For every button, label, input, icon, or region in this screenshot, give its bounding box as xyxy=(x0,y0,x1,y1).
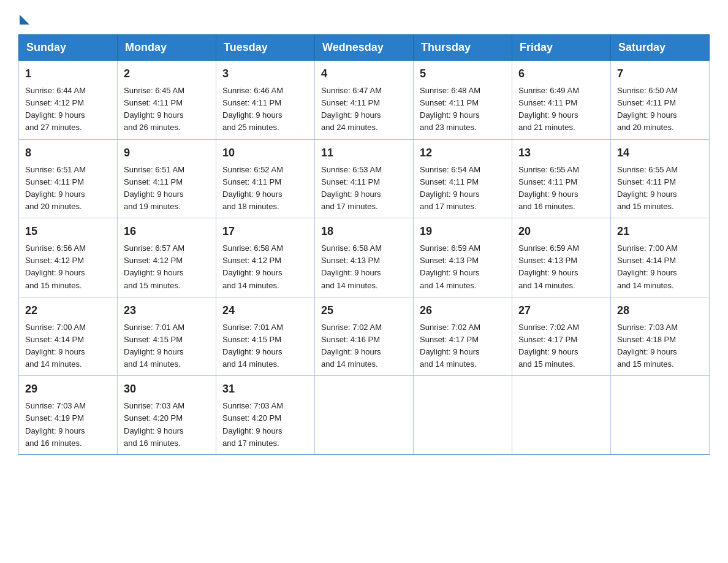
day-number: 25 xyxy=(321,302,407,319)
day-cell: 19Sunrise: 6:59 AMSunset: 4:13 PMDayligh… xyxy=(414,218,512,297)
day-info: Sunrise: 6:45 AMSunset: 4:11 PMDaylight:… xyxy=(124,86,184,132)
day-cell xyxy=(611,376,710,455)
day-number: 12 xyxy=(420,145,506,161)
day-info: Sunrise: 6:51 AMSunset: 4:11 PMDaylight:… xyxy=(124,165,184,211)
day-number: 17 xyxy=(222,223,308,240)
day-cell: 29Sunrise: 7:03 AMSunset: 4:19 PMDayligh… xyxy=(19,376,118,455)
day-number: 13 xyxy=(518,145,604,161)
day-number: 23 xyxy=(124,302,210,319)
day-cell: 1Sunrise: 6:44 AMSunset: 4:12 PMDaylight… xyxy=(19,61,118,140)
day-number: 24 xyxy=(222,302,308,319)
day-cell: 16Sunrise: 6:57 AMSunset: 4:12 PMDayligh… xyxy=(118,218,216,297)
day-info: Sunrise: 6:46 AMSunset: 4:11 PMDaylight:… xyxy=(222,86,283,132)
day-cell: 14Sunrise: 6:55 AMSunset: 4:11 PMDayligh… xyxy=(611,139,710,218)
day-number: 21 xyxy=(617,223,703,240)
day-cell: 27Sunrise: 7:02 AMSunset: 4:17 PMDayligh… xyxy=(512,297,611,376)
day-number: 19 xyxy=(420,223,506,240)
day-info: Sunrise: 7:02 AMSunset: 4:17 PMDaylight:… xyxy=(518,323,579,369)
day-info: Sunrise: 6:59 AMSunset: 4:13 PMDaylight:… xyxy=(518,243,579,289)
weekday-header-thursday: Thursday xyxy=(414,35,512,61)
day-cell: 15Sunrise: 6:56 AMSunset: 4:12 PMDayligh… xyxy=(19,218,118,297)
day-number: 1 xyxy=(25,66,111,82)
weekday-header-saturday: Saturday xyxy=(611,35,710,61)
day-info: Sunrise: 6:58 AMSunset: 4:13 PMDaylight:… xyxy=(321,243,382,289)
week-row-2: 8Sunrise: 6:51 AMSunset: 4:11 PMDaylight… xyxy=(19,139,710,218)
day-cell: 30Sunrise: 7:03 AMSunset: 4:20 PMDayligh… xyxy=(118,376,216,455)
day-cell: 31Sunrise: 7:03 AMSunset: 4:20 PMDayligh… xyxy=(216,376,315,455)
day-info: Sunrise: 7:01 AMSunset: 4:15 PMDaylight:… xyxy=(222,323,283,369)
logo xyxy=(18,12,29,22)
weekday-header-monday: Monday xyxy=(118,35,216,61)
day-cell: 20Sunrise: 6:59 AMSunset: 4:13 PMDayligh… xyxy=(512,218,611,297)
day-cell: 17Sunrise: 6:58 AMSunset: 4:12 PMDayligh… xyxy=(216,218,315,297)
week-row-3: 15Sunrise: 6:56 AMSunset: 4:12 PMDayligh… xyxy=(19,218,710,297)
day-cell: 8Sunrise: 6:51 AMSunset: 4:11 PMDaylight… xyxy=(19,139,118,218)
day-info: Sunrise: 7:03 AMSunset: 4:18 PMDaylight:… xyxy=(617,323,678,369)
day-cell: 25Sunrise: 7:02 AMSunset: 4:16 PMDayligh… xyxy=(315,297,414,376)
day-number: 30 xyxy=(124,381,210,397)
day-number: 10 xyxy=(222,145,308,161)
day-info: Sunrise: 7:02 AMSunset: 4:17 PMDaylight:… xyxy=(420,323,480,369)
day-info: Sunrise: 6:44 AMSunset: 4:12 PMDaylight:… xyxy=(25,86,86,132)
day-cell: 18Sunrise: 6:58 AMSunset: 4:13 PMDayligh… xyxy=(315,218,414,297)
day-info: Sunrise: 6:52 AMSunset: 4:11 PMDaylight:… xyxy=(222,165,283,211)
day-info: Sunrise: 6:55 AMSunset: 4:11 PMDaylight:… xyxy=(518,165,579,211)
day-info: Sunrise: 6:58 AMSunset: 4:12 PMDaylight:… xyxy=(222,243,283,289)
day-number: 29 xyxy=(25,381,111,397)
day-cell: 10Sunrise: 6:52 AMSunset: 4:11 PMDayligh… xyxy=(216,139,315,218)
day-cell xyxy=(414,376,512,455)
day-info: Sunrise: 6:59 AMSunset: 4:13 PMDaylight:… xyxy=(420,243,480,289)
day-cell xyxy=(315,376,414,455)
day-info: Sunrise: 6:56 AMSunset: 4:12 PMDaylight:… xyxy=(25,243,86,289)
day-cell: 13Sunrise: 6:55 AMSunset: 4:11 PMDayligh… xyxy=(512,139,611,218)
day-cell: 23Sunrise: 7:01 AMSunset: 4:15 PMDayligh… xyxy=(118,297,216,376)
day-info: Sunrise: 6:47 AMSunset: 4:11 PMDaylight:… xyxy=(321,86,382,132)
day-cell xyxy=(512,376,611,455)
day-number: 6 xyxy=(518,66,604,82)
header xyxy=(18,12,710,22)
day-info: Sunrise: 6:54 AMSunset: 4:11 PMDaylight:… xyxy=(420,165,480,211)
week-row-1: 1Sunrise: 6:44 AMSunset: 4:12 PMDaylight… xyxy=(19,61,710,140)
logo-triangle-icon xyxy=(20,15,29,25)
day-info: Sunrise: 7:02 AMSunset: 4:16 PMDaylight:… xyxy=(321,323,382,369)
day-number: 4 xyxy=(321,66,407,82)
day-cell: 7Sunrise: 6:50 AMSunset: 4:11 PMDaylight… xyxy=(611,61,710,140)
weekday-header-sunday: Sunday xyxy=(19,35,118,61)
day-number: 9 xyxy=(124,145,210,161)
day-info: Sunrise: 7:03 AMSunset: 4:20 PMDaylight:… xyxy=(124,401,184,447)
day-info: Sunrise: 7:03 AMSunset: 4:19 PMDaylight:… xyxy=(25,401,86,447)
day-number: 8 xyxy=(25,145,111,161)
day-number: 26 xyxy=(420,302,506,319)
day-number: 31 xyxy=(222,381,308,397)
day-info: Sunrise: 6:51 AMSunset: 4:11 PMDaylight:… xyxy=(25,165,86,211)
day-cell: 9Sunrise: 6:51 AMSunset: 4:11 PMDaylight… xyxy=(118,139,216,218)
day-cell: 22Sunrise: 7:00 AMSunset: 4:14 PMDayligh… xyxy=(19,297,118,376)
day-info: Sunrise: 6:50 AMSunset: 4:11 PMDaylight:… xyxy=(617,86,678,132)
day-info: Sunrise: 6:53 AMSunset: 4:11 PMDaylight:… xyxy=(321,165,382,211)
day-cell: 3Sunrise: 6:46 AMSunset: 4:11 PMDaylight… xyxy=(216,61,315,140)
day-cell: 11Sunrise: 6:53 AMSunset: 4:11 PMDayligh… xyxy=(315,139,414,218)
week-row-5: 29Sunrise: 7:03 AMSunset: 4:19 PMDayligh… xyxy=(19,376,710,455)
day-cell: 4Sunrise: 6:47 AMSunset: 4:11 PMDaylight… xyxy=(315,61,414,140)
day-cell: 21Sunrise: 7:00 AMSunset: 4:14 PMDayligh… xyxy=(611,218,710,297)
day-info: Sunrise: 6:57 AMSunset: 4:12 PMDaylight:… xyxy=(124,243,184,289)
day-number: 15 xyxy=(25,223,111,240)
weekday-header-row: SundayMondayTuesdayWednesdayThursdayFrid… xyxy=(19,35,710,61)
day-info: Sunrise: 7:00 AMSunset: 4:14 PMDaylight:… xyxy=(617,243,678,289)
day-cell: 5Sunrise: 6:48 AMSunset: 4:11 PMDaylight… xyxy=(414,61,512,140)
day-number: 20 xyxy=(518,223,604,240)
day-cell: 24Sunrise: 7:01 AMSunset: 4:15 PMDayligh… xyxy=(216,297,315,376)
day-number: 7 xyxy=(617,66,703,82)
day-number: 18 xyxy=(321,223,407,240)
day-number: 16 xyxy=(124,223,210,240)
calendar-table: SundayMondayTuesdayWednesdayThursdayFrid… xyxy=(18,34,710,455)
day-cell: 12Sunrise: 6:54 AMSunset: 4:11 PMDayligh… xyxy=(414,139,512,218)
day-number: 11 xyxy=(321,145,407,161)
day-number: 22 xyxy=(25,302,111,319)
day-cell: 28Sunrise: 7:03 AMSunset: 4:18 PMDayligh… xyxy=(611,297,710,376)
day-number: 2 xyxy=(124,66,210,82)
day-info: Sunrise: 7:01 AMSunset: 4:15 PMDaylight:… xyxy=(124,323,184,369)
week-row-4: 22Sunrise: 7:00 AMSunset: 4:14 PMDayligh… xyxy=(19,297,710,376)
day-info: Sunrise: 6:48 AMSunset: 4:11 PMDaylight:… xyxy=(420,86,480,132)
day-cell: 6Sunrise: 6:49 AMSunset: 4:11 PMDaylight… xyxy=(512,61,611,140)
